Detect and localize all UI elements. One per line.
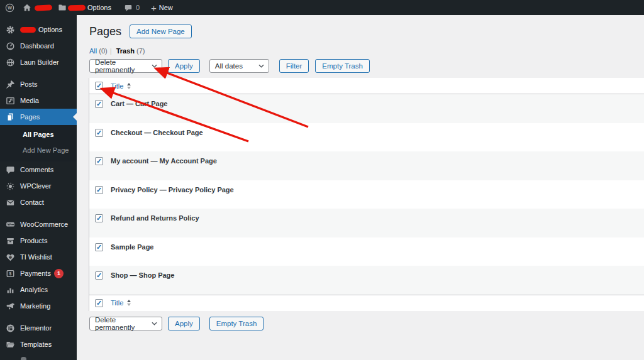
svg-text:W: W <box>8 6 12 11</box>
title-column-header[interactable]: Title <box>111 82 131 90</box>
table-row[interactable]: Cart — Cart Page <box>89 94 644 123</box>
chevron-down-icon <box>152 64 157 68</box>
sidebar-subitem-add-new-page[interactable]: Add New Page <box>0 143 77 158</box>
redaction-scribble <box>20 27 36 33</box>
tablenav-bottom: Delete permanently Apply Empty Trash <box>89 317 264 330</box>
row-checkbox[interactable] <box>95 129 103 137</box>
comment-icon <box>6 165 15 175</box>
media-icon <box>6 96 15 106</box>
row-checkbox[interactable] <box>95 100 103 108</box>
sidebar-item-ti-wishlist[interactable]: TI TI Wishlist <box>0 249 77 265</box>
sidebar-item-pages[interactable]: Pages <box>0 109 77 125</box>
svg-text:$: $ <box>9 271 12 276</box>
bar-chart-icon <box>6 285 15 295</box>
plus-icon[interactable]: + <box>151 3 157 13</box>
adminbar-new-menu[interactable]: New <box>159 4 173 11</box>
archive-box-icon <box>6 236 15 246</box>
sidebar-item-laun-builder[interactable]: Laun Builder <box>0 54 77 70</box>
payments-badge: 1 <box>54 269 64 278</box>
empty-trash-button[interactable]: Empty Trash <box>209 317 264 330</box>
wordpress-logo-icon[interactable]: W <box>5 3 14 13</box>
view-filter-links: All (0)| Trash (7) <box>89 47 145 55</box>
svg-text:TI: TI <box>9 256 11 259</box>
pushpin-icon <box>6 80 15 89</box>
sort-icon <box>127 300 131 306</box>
partial-menu-icon <box>21 357 26 360</box>
sidebar-item-products[interactable]: Products <box>0 232 77 249</box>
heart-icon: TI <box>6 253 15 262</box>
sidebar-item-dashboard[interactable]: Dashboard <box>0 38 77 54</box>
page-row-title: Refund and Returns Policy <box>111 214 199 222</box>
title-column-header[interactable]: Title <box>111 299 131 307</box>
row-checkbox[interactable] <box>95 186 103 194</box>
globe-icon <box>6 58 15 67</box>
sidebar-item-payments[interactable]: $ Payments 1 <box>0 265 77 281</box>
view-all-link[interactable]: All <box>89 47 97 55</box>
view-trash-count: (7) <box>136 47 145 55</box>
tablenav-top: Delete permanently Apply All dates Filte… <box>89 59 370 73</box>
sidebar-item-contact[interactable]: Contact <box>0 194 77 210</box>
megaphone-icon <box>6 302 15 311</box>
table-row[interactable]: Sample Page <box>89 237 644 266</box>
filter-button[interactable]: Filter <box>279 59 309 73</box>
empty-trash-button[interactable]: Empty Trash <box>315 59 370 73</box>
bulk-action-select[interactable]: Delete permanently <box>89 59 162 73</box>
adminbar-options-menu[interactable]: Options <box>87 4 111 11</box>
sidebar-item-options[interactable]: Options <box>0 21 77 38</box>
pages-list-screen: Pages Add New Page All (0)| Trash (7) De… <box>77 15 644 360</box>
date-filter-select[interactable]: All dates <box>209 59 269 73</box>
pages-submenu: All Pages Add New Page <box>0 125 77 161</box>
comments-bubble-icon[interactable] <box>124 4 133 12</box>
row-checkbox[interactable] <box>95 271 103 280</box>
sidebar-item-analytics[interactable]: Analytics <box>0 281 77 298</box>
table-row[interactable]: Shop — Shop Page <box>89 266 644 295</box>
table-row[interactable]: My account — My Account Page <box>89 151 644 180</box>
row-checkbox[interactable] <box>95 214 103 222</box>
sidebar-item-templates[interactable]: Templates <box>0 336 77 352</box>
woocommerce-icon <box>6 220 15 229</box>
view-trash-link[interactable]: Trash <box>116 47 135 55</box>
sidebar-item-posts[interactable]: Posts <box>0 76 77 92</box>
sidebar-subitem-all-pages[interactable]: All Pages <box>0 127 77 143</box>
folder-icon[interactable] <box>58 3 67 12</box>
dollar-box-icon: $ <box>6 269 15 278</box>
redaction-scribble <box>35 4 52 11</box>
select-all-checkbox[interactable] <box>95 299 103 307</box>
chevron-down-icon <box>152 322 157 325</box>
folder-open-icon <box>6 340 15 349</box>
sidebar-item-comments[interactable]: Comments <box>0 161 77 178</box>
apply-button[interactable]: Apply <box>168 59 200 73</box>
dashboard-icon <box>6 41 15 51</box>
sidebar-item-media[interactable]: Media <box>0 92 77 109</box>
table-row[interactable]: Privacy Policy — Privacy Policy Page <box>89 180 644 209</box>
table-row[interactable]: Refund and Returns Policy <box>89 209 644 237</box>
sidebar-item-marketing[interactable]: Marketing <box>0 298 77 314</box>
sidebar-item-wpclever[interactable]: WPClever <box>0 178 77 194</box>
page-title: Pages <box>89 25 121 38</box>
table-row[interactable]: Checkout — Checkout Page <box>89 123 644 152</box>
sidebar-item-elementor[interactable]: Elementor <box>0 320 77 336</box>
sidebar-item-woocommerce[interactable]: WooCommerce <box>0 216 77 232</box>
page-row-title: Shop — Shop Page <box>111 271 174 279</box>
gear-icon <box>6 25 15 35</box>
comments-count[interactable]: 0 <box>136 4 140 11</box>
page-row-title: Sample Page <box>111 243 153 251</box>
page-row-title: Privacy Policy — Privacy Policy Page <box>111 186 234 194</box>
redaction-scribble <box>68 4 86 11</box>
row-checkbox[interactable] <box>95 243 103 251</box>
admin-sidebar: Options Dashboard Laun Builder Posts Med… <box>0 15 77 360</box>
apply-button[interactable]: Apply <box>168 317 200 330</box>
admin-bar: W Options 0 + New <box>0 0 644 15</box>
add-new-page-button[interactable]: Add New Page <box>130 25 192 38</box>
chevron-down-icon <box>258 64 264 68</box>
row-checkbox[interactable] <box>95 157 103 165</box>
select-all-checkbox[interactable] <box>95 82 103 90</box>
sort-icon <box>127 83 131 89</box>
bulk-action-select[interactable]: Delete permanently <box>89 317 162 330</box>
envelope-icon <box>6 198 15 207</box>
page-row-title: My account — My Account Page <box>111 157 217 165</box>
home-icon[interactable] <box>23 3 31 12</box>
pages-icon <box>6 112 15 122</box>
elementor-icon <box>6 324 15 333</box>
view-all-count: (0) <box>99 47 107 55</box>
